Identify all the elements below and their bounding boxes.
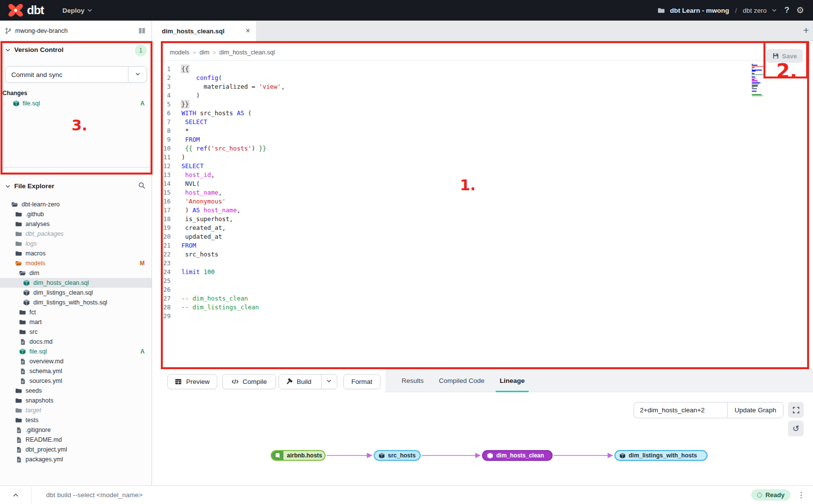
tree-item-dim_hosts_clean.sql[interactable]: dim_hosts_clean.sql [0,278,152,288]
nav-item-deploy[interactable]: Deploy [53,0,119,21]
lineage-node-dim_hosts_clean[interactable]: dim_hosts_clean [482,450,553,461]
tree-item-target[interactable]: target [0,405,152,415]
lineage-node-src_hosts[interactable]: src_hosts [374,450,421,461]
tree-item-label: .gitignore [25,427,51,433]
code-line-2[interactable]: 2 config( [152,74,740,82]
file-icon [19,368,26,375]
tree-item-file.sql[interactable]: file.sqlA [0,347,152,356]
tree-item-macros[interactable]: macros [0,249,152,258]
kebab-menu-icon[interactable]: ⋮ [797,490,805,500]
code-line-5[interactable]: 5}} [152,100,740,109]
gear-icon[interactable]: ⚙ [796,5,804,16]
code-line-18[interactable]: 18 is_superhost, [152,215,740,224]
code-line-3[interactable]: 3 materialized = 'view', [152,82,740,91]
code-line-21[interactable]: 21FROM [152,241,740,250]
environment-chevron-down-icon[interactable] [771,7,777,13]
tree-item-README.md[interactable]: README.md [0,435,152,445]
code-line-29[interactable]: 29 [152,312,740,321]
lineage-node-airbnb.hosts[interactable]: airbnb.hosts [271,450,326,461]
minimap[interactable] [752,64,765,98]
tree-item-schema.yml[interactable]: schema.yml [0,366,152,376]
code-line-25[interactable]: 25 [152,277,740,285]
tree-item-dbt_packages[interactable]: dbt_packages [0,229,152,239]
changed-file-row[interactable]: file.sql A [0,99,152,108]
tree-item-tests[interactable]: tests [0,415,152,425]
tree-item-fct[interactable]: fct [0,307,152,317]
tab-close-icon[interactable]: × [246,26,250,35]
tree-item-dim_listings_clean.sql[interactable]: dim_listings_clean.sql [0,288,152,298]
search-icon[interactable] [138,182,146,189]
code-line-11[interactable]: 11) [152,153,740,162]
tree-item-logs[interactable]: logs [0,239,152,249]
code-line-4[interactable]: 4 ) [152,91,740,100]
tree-item-mart[interactable]: mart [0,317,152,327]
file-explorer-header[interactable]: File Explorer [0,182,152,190]
code-line-14[interactable]: 14 NVL( [152,179,740,188]
tree-item-seeds[interactable]: seeds [0,386,152,396]
code-line-16[interactable]: 16 'Anonymous' [152,197,740,206]
tab-dim-hosts-clean[interactable]: dim_hosts_clean.sql × [152,21,256,41]
build-options-chevron[interactable] [321,375,336,389]
format-button[interactable]: Format [343,374,381,389]
lineage-node-dim_listings_with_hosts[interactable]: dim_listings_with_hosts [614,450,708,461]
new-tab-icon[interactable]: + [803,25,809,36]
preview-button[interactable]: Preview [167,374,217,389]
code-line-17[interactable]: 17 ) AS host_name, [152,206,740,215]
tree-item-docs.md[interactable]: docs.md [0,337,152,347]
tree-item-models[interactable]: modelsM [0,258,152,268]
code-line-9[interactable]: 9 FROM [152,135,740,144]
code-line-15[interactable]: 15 host_name, [152,188,740,197]
file-icon [19,339,26,345]
code-line-19[interactable]: 19 created_at, [152,224,740,232]
panel-tab-compiled-code[interactable]: Compiled Code [439,369,484,392]
code-line-20[interactable]: 20 updated_at [152,232,740,241]
version-control-header[interactable]: Version Control 1 [0,46,152,53]
code-line-1[interactable]: 1{{ [152,65,740,74]
compile-button[interactable]: Compile [222,374,276,389]
tree-item-label: logs [25,240,37,247]
code-line-22[interactable]: 22 src_hosts [152,250,740,259]
code-area[interactable]: 1{{2 config(3 materialized = 'view',4 )5… [152,65,740,321]
dbt-logo[interactable]: dbt [0,0,53,21]
command-input[interactable] [31,486,751,504]
panel-tab-results[interactable]: Results [402,369,424,392]
tree-item-analyses[interactable]: analyses [0,219,152,229]
tree-item-src[interactable]: src [0,327,152,337]
code-line-12[interactable]: 12SELECT [152,162,740,171]
lineage-panel: Update Graph ↺ airbnb.hostssrc_hostsdim_… [152,392,813,485]
environment-name[interactable]: dbt zero [743,7,767,14]
code-line-23[interactable]: 23 [152,259,740,268]
tree-item-dim_listings_with_hosts.sql[interactable]: dim_listings_with_hosts.sql [0,298,152,307]
code-line-24[interactable]: 24limit 100 [152,268,740,277]
tree-item-sources.yml[interactable]: sources.yml [0,376,152,386]
build-button[interactable]: Build [279,378,317,385]
tree-item-.gitignore[interactable]: .gitignore [0,425,152,435]
tree-item-dim[interactable]: dim [0,268,152,278]
chevron-up-icon[interactable] [0,492,31,499]
code-line-28[interactable]: 28-- dim_listings_clean [152,303,740,312]
tree-item-packages.yml[interactable]: packages.yml [0,454,152,464]
code-line-13[interactable]: 13 host_id, [152,171,740,179]
tree-item-dbt-learn-zero[interactable]: dbt-learn-zero [0,200,152,209]
tree-item-dbt_project.yml[interactable]: dbt_project.yml [0,445,152,454]
code-line-text: {{ ref('src_hosts') }} [181,144,266,153]
help-icon[interactable]: ? [782,5,791,15]
project-name[interactable]: dbt Learn - mwong [670,7,729,14]
branch-name[interactable]: mwong-dev-branch [15,27,68,34]
code-line-26[interactable]: 26 [152,285,740,294]
tree-item-.github[interactable]: .github [0,209,152,219]
tree-item-overview.md[interactable]: overview.md [0,356,152,366]
code-line-8[interactable]: 8 * [152,126,740,135]
panel-tab-lineage[interactable]: Lineage [500,369,525,392]
docs-book-icon[interactable] [138,27,146,34]
version-control-badge: 1 [135,45,147,56]
code-line-7[interactable]: 7 SELECT [152,118,740,126]
commit-and-sync-button[interactable]: Commit and sync [5,66,147,83]
code-line-6[interactable]: 6WITH src_hosts AS ( [152,109,740,118]
tree-item-snapshots[interactable]: snapshots [0,396,152,405]
save-button[interactable]: Save [766,49,803,63]
chevron-down-icon [5,47,11,53]
commit-options-chevron[interactable] [128,67,147,82]
code-line-10[interactable]: 10 {{ ref('src_hosts') }} [152,144,740,153]
code-line-27[interactable]: 27-- dim_hosts_clean [152,294,740,303]
